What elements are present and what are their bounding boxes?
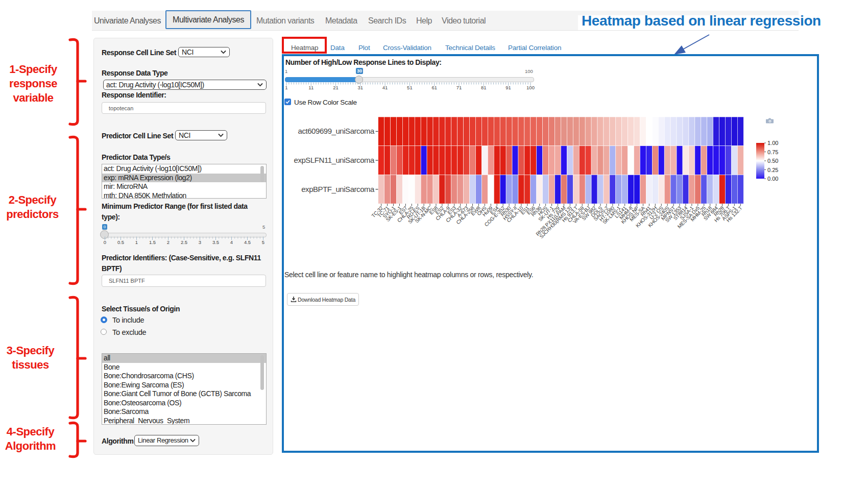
svg-text:expSLFN11_uniSarcoma: expSLFN11_uniSarcoma bbox=[294, 156, 375, 164]
svg-text:act609699_uniSarcoma: act609699_uniSarcoma bbox=[298, 127, 375, 135]
svg-text:expBPTF_uniSarcoma: expBPTF_uniSarcoma bbox=[301, 185, 375, 193]
svg-text:0.00: 0.00 bbox=[767, 176, 778, 182]
svg-text:1.00: 1.00 bbox=[767, 140, 778, 146]
svg-text:0.25: 0.25 bbox=[767, 167, 778, 173]
svg-text:0.75: 0.75 bbox=[767, 149, 778, 155]
svg-text:0.50: 0.50 bbox=[767, 158, 778, 164]
